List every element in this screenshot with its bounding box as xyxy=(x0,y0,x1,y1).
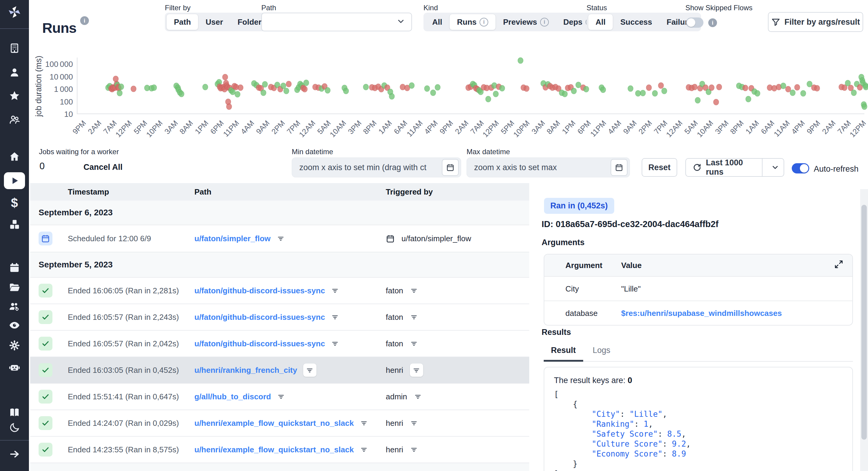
filter-by-user-icon[interactable] xyxy=(414,393,422,401)
filter-by-path-icon[interactable] xyxy=(277,393,285,401)
filter-by-user-icon[interactable] xyxy=(410,313,418,321)
run-path-link[interactable]: u/faton/github-discord-issues-sync xyxy=(194,286,325,296)
info-icon[interactable]: i xyxy=(708,19,717,27)
filter-by-user-icon[interactable] xyxy=(410,287,418,295)
filter-by-path-icon[interactable] xyxy=(277,235,285,243)
filter-by-user-icon[interactable] xyxy=(410,446,418,454)
home-icon[interactable] xyxy=(9,151,20,162)
run-point-failure xyxy=(713,99,719,105)
reset-button[interactable]: Reset xyxy=(642,158,677,177)
user-group-icon[interactable] xyxy=(9,114,20,125)
run-point-success xyxy=(203,84,208,90)
moon-icon[interactable] xyxy=(9,422,20,433)
show-skipped-toggle[interactable] xyxy=(686,18,704,28)
star-icon[interactable] xyxy=(9,90,20,101)
filter-args-label: Filter by args/result xyxy=(784,18,860,27)
gear-icon[interactable] xyxy=(9,340,20,351)
run-path-link[interactable]: u/henri/example_flow_quickstart_no_slack xyxy=(194,418,354,428)
filter-by-user[interactable]: User xyxy=(198,14,230,30)
run-timestamp: Ended 16:06:05 (Ran in 2,281s) xyxy=(68,286,179,296)
cubes-icon[interactable] xyxy=(9,219,20,230)
x-tick: 9PM xyxy=(805,119,822,136)
table-row[interactable]: Ended 14:24:07 (Ran in 0,029s)u/henri/ex… xyxy=(30,410,529,437)
triggered-by: admin xyxy=(386,392,407,401)
kind-previews[interactable]: Previewsi xyxy=(496,14,556,30)
building-icon[interactable] xyxy=(9,43,20,54)
run-path-link[interactable]: u/faton/simpler_flow xyxy=(194,234,271,243)
chevron-down-icon[interactable] xyxy=(767,163,784,172)
tab-logs[interactable]: Logs xyxy=(586,346,618,361)
table-row[interactable]: Ended 16:05:57 (Ran in 2,042s)u/faton/gi… xyxy=(30,331,529,357)
run-point-success xyxy=(661,88,667,94)
filter-args-button[interactable]: Filter by args/result xyxy=(768,12,863,32)
table-row[interactable]: Ended 14:23:55 (Ran in 8,575s)u/henri/ex… xyxy=(30,437,529,463)
table-row[interactable]: Ended 16:06:05 (Ran in 2,281s)u/faton/gi… xyxy=(30,278,529,304)
cancel-all-button[interactable]: Cancel All xyxy=(84,163,123,172)
min-datetime-input[interactable] xyxy=(292,163,442,172)
dollar-icon[interactable]: $ xyxy=(11,197,18,209)
argument-value-link[interactable]: $res:u/henri/supabase_windmillshowcases xyxy=(621,308,782,318)
filter-by-path-icon[interactable] xyxy=(331,287,339,295)
run-path-link[interactable]: u/henri/ranking_french_city xyxy=(194,366,297,375)
expand-icon[interactable] xyxy=(834,260,843,271)
eye-icon[interactable] xyxy=(9,320,20,331)
run-path-link[interactable]: u/faton/github-discord-issues-sync xyxy=(194,339,325,348)
option-label: Runs xyxy=(457,18,476,27)
filter-by-path[interactable]: Path xyxy=(166,14,198,30)
book-icon[interactable] xyxy=(9,407,20,418)
max-datetime-calendar-button[interactable] xyxy=(611,159,627,176)
y-tick: 100 000 xyxy=(37,60,73,69)
robot-icon[interactable] xyxy=(9,362,20,373)
path-select[interactable] xyxy=(261,13,412,31)
run-point-failure xyxy=(658,82,664,89)
sidebar-item-runs[interactable] xyxy=(4,172,25,189)
x-tick: 2AM xyxy=(453,119,470,136)
run-path-link[interactable]: u/faton/github-discord-issues-sync xyxy=(194,312,325,322)
triggered-by: faton xyxy=(386,312,403,322)
min-datetime-calendar-button[interactable] xyxy=(442,159,459,176)
kind-all[interactable]: All xyxy=(425,14,450,30)
argument-row: database$res:u/henri/supabase_windmillsh… xyxy=(544,301,852,325)
max-datetime-input[interactable] xyxy=(467,163,611,172)
last-runs-button[interactable]: Last 1000 runs xyxy=(685,158,784,177)
table-row[interactable]: Ended 16:05:57 (Ran in 2,243s)u/faton/gi… xyxy=(30,304,529,331)
kind-runs[interactable]: Runsi xyxy=(450,14,496,30)
status-success[interactable]: Success xyxy=(613,14,659,30)
result-json: [ { "City": "Lille", "Ranking": 1, "Safe… xyxy=(554,390,843,471)
calendar-icon[interactable] xyxy=(9,262,20,273)
filter-by-path-icon[interactable] xyxy=(331,340,339,348)
info-icon[interactable]: i xyxy=(80,16,89,25)
run-point-success xyxy=(118,84,124,90)
scrollbar-thumb[interactable] xyxy=(861,205,867,440)
success-check-icon xyxy=(38,443,53,457)
status-label: Status xyxy=(587,4,607,12)
folder-icon[interactable] xyxy=(9,282,20,293)
x-tick: 9AM xyxy=(621,119,638,136)
filter-by-user-icon[interactable] xyxy=(410,364,423,377)
success-check-icon xyxy=(38,390,53,404)
table-row[interactable]: Ended 15:51:41 (Ran in 0,647s)g/all/hub_… xyxy=(30,384,529,410)
table-row[interactable]: Scheduled for 12:00 6/9u/faton/simpler_f… xyxy=(30,225,529,253)
auto-refresh-toggle[interactable] xyxy=(792,163,809,173)
table-row[interactable]: Ended 16:03:05 (Ran in 0,452s)u/henri/ra… xyxy=(30,357,529,384)
filter-by-path-icon[interactable] xyxy=(360,446,368,454)
arrow-right-icon[interactable] xyxy=(9,449,20,460)
filter-by-user-icon[interactable] xyxy=(410,340,418,348)
run-path-link[interactable]: u/henri/example_flow_quickstart_no_slack xyxy=(194,445,354,455)
x-tick: 3PM xyxy=(713,119,730,136)
tab-result[interactable]: Result xyxy=(544,346,583,362)
filter-by-path-icon[interactable] xyxy=(360,419,368,427)
jobs-waiting-label: Jobs waiting for a worker xyxy=(39,147,119,156)
filter-by-path-icon[interactable] xyxy=(303,364,316,377)
run-path-link[interactable]: g/all/hub_to_discord xyxy=(194,392,271,401)
windmill-logo[interactable] xyxy=(7,5,22,19)
y-tick: 100 xyxy=(37,97,73,107)
run-point-success xyxy=(389,93,395,100)
run-point-success xyxy=(745,96,751,102)
user-icon[interactable] xyxy=(9,67,20,78)
run-point-failure xyxy=(222,74,228,80)
filter-by-user-icon[interactable] xyxy=(410,419,418,427)
user-group-gear-icon[interactable] xyxy=(9,301,20,312)
status-all[interactable]: All xyxy=(588,14,613,30)
filter-by-path-icon[interactable] xyxy=(331,313,339,321)
